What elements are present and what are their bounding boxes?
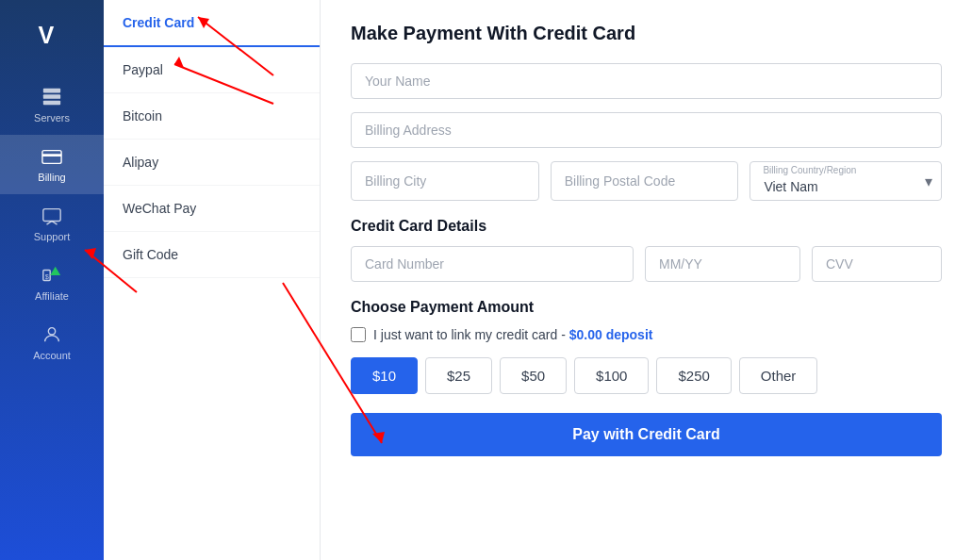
your-name-input[interactable]: [351, 63, 942, 99]
link-card-row: I just want to link my credit card - $0.…: [351, 327, 942, 342]
svg-rect-3: [43, 101, 60, 106]
payment-methods-panel: Credit Card Paypal Bitcoin Alipay WeChat…: [104, 0, 321, 560]
payment-method-credit-card[interactable]: Credit Card: [104, 0, 320, 47]
svg-text:$: $: [45, 272, 49, 281]
amount-250-button[interactable]: $250: [656, 357, 731, 394]
payment-method-alipay[interactable]: Alipay: [104, 140, 320, 186]
link-card-checkbox[interactable]: [351, 327, 366, 342]
payment-method-paypal[interactable]: Paypal: [104, 47, 320, 93]
sidebar: V Servers Billing Support $ Affilia: [0, 0, 104, 560]
payment-method-gift[interactable]: Gift Code: [104, 232, 320, 278]
payment-method-wechat[interactable]: WeChat Pay: [104, 186, 320, 232]
sidebar-item-affiliate[interactable]: $ Affiliate: [0, 254, 104, 313]
sidebar-item-support[interactable]: Support: [0, 194, 104, 254]
sidebar-item-account[interactable]: Account: [0, 313, 104, 372]
payment-method-bitcoin[interactable]: Bitcoin: [104, 93, 320, 140]
card-expiry-input[interactable]: [645, 246, 800, 282]
amount-10-button[interactable]: $10: [351, 357, 418, 394]
amount-25-button[interactable]: $25: [425, 357, 492, 394]
svg-rect-5: [42, 154, 61, 156]
amount-50-button[interactable]: $50: [500, 357, 567, 394]
billing-address-group: [351, 112, 942, 148]
svg-rect-2: [43, 94, 60, 99]
main-content: Make Payment With Credit Card Billing Co…: [321, 0, 972, 560]
amount-other-button[interactable]: Other: [739, 357, 818, 394]
country-select[interactable]: Viet Nam United States United Kingdom: [750, 161, 942, 201]
svg-marker-11: [50, 267, 60, 275]
link-card-label: I just want to link my credit card - $0.…: [373, 327, 652, 342]
card-number-input[interactable]: [351, 246, 634, 282]
card-details-row: [351, 246, 942, 282]
logo: V: [28, 11, 75, 58]
country-wrapper: Billing Country/Region Viet Nam United S…: [750, 161, 942, 201]
amount-buttons: $10 $25 $50 $100 $250 Other: [351, 357, 942, 394]
billing-postal-input[interactable]: [551, 161, 739, 201]
svg-text:V: V: [39, 22, 55, 48]
billing-address-input[interactable]: [351, 112, 942, 148]
payment-amount-title: Choose Payment Amount: [351, 299, 942, 316]
pay-with-credit-card-button[interactable]: Pay with Credit Card: [351, 413, 942, 456]
sidebar-item-servers[interactable]: Servers: [0, 75, 104, 135]
amount-100-button[interactable]: $100: [574, 357, 649, 394]
card-details-title: Credit Card Details: [351, 218, 942, 235]
svg-rect-1: [43, 89, 60, 93]
your-name-group: [351, 63, 942, 99]
svg-rect-6: [43, 209, 60, 222]
billing-city-input[interactable]: [351, 161, 539, 201]
sidebar-item-billing[interactable]: Billing: [0, 135, 104, 194]
page-title: Make Payment With Credit Card: [351, 23, 942, 44]
card-cvv-input[interactable]: [812, 246, 942, 282]
svg-point-12: [48, 328, 55, 335]
svg-rect-4: [42, 151, 61, 164]
billing-city-row: Billing Country/Region Viet Nam United S…: [351, 161, 942, 201]
